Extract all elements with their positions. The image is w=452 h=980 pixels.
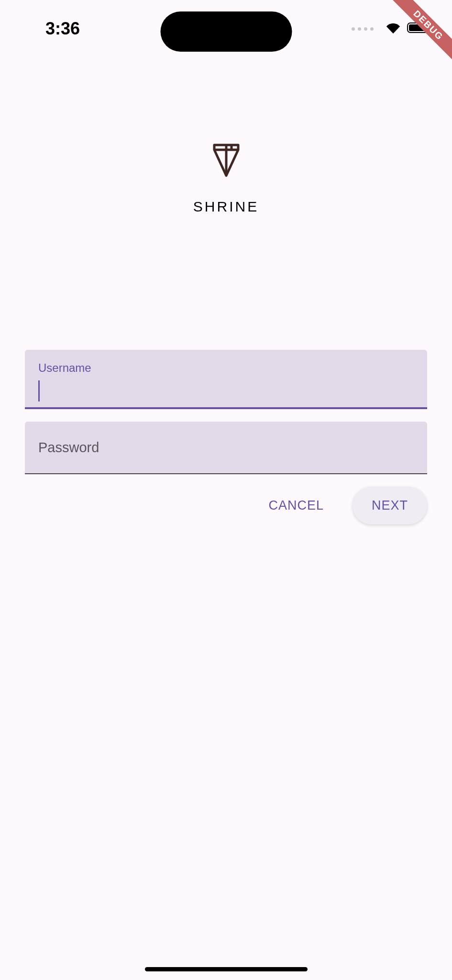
home-indicator[interactable] [145, 967, 308, 971]
text-cursor [38, 380, 40, 401]
password-field-container[interactable]: Password [25, 422, 427, 474]
status-time: 3:36 [45, 19, 80, 39]
logo-section: SHRINE [25, 141, 427, 215]
status-bar: 3:36 [0, 0, 452, 53]
wifi-icon [385, 22, 401, 36]
login-form: Username Password CANCEL NEXT [25, 350, 427, 524]
button-row: CANCEL NEXT [25, 487, 427, 524]
main-content: SHRINE Username Password CANCEL NEXT [0, 0, 452, 524]
app-name: SHRINE [193, 199, 259, 215]
username-input[interactable] [25, 350, 427, 407]
next-button[interactable]: NEXT [353, 487, 427, 524]
cancel-button[interactable]: CANCEL [253, 487, 339, 524]
device-notch [160, 11, 292, 52]
diamond-icon [210, 141, 242, 180]
cellular-dots-icon [352, 27, 374, 31]
username-field-container[interactable]: Username [25, 350, 427, 409]
password-input[interactable] [25, 422, 427, 473]
